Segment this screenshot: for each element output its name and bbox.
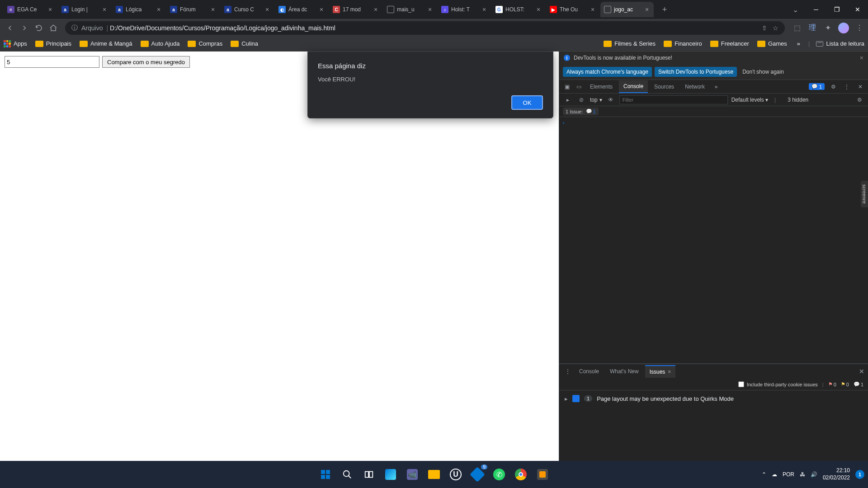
sublime-button[interactable] bbox=[533, 465, 552, 483]
extensions-icon[interactable]: ✦ bbox=[823, 23, 833, 33]
browser-tab[interactable]: mais_u× bbox=[383, 2, 437, 17]
issue-item[interactable]: ▸ 1 Page layout may be unexpected due to… bbox=[559, 390, 868, 407]
more-tabs-icon[interactable]: » bbox=[711, 82, 721, 92]
close-icon[interactable]: × bbox=[264, 6, 270, 13]
close-icon[interactable]: × bbox=[860, 54, 863, 61]
bookmark-star-icon[interactable]: ☆ bbox=[773, 24, 778, 32]
translate-icon[interactable]: 理 bbox=[807, 23, 817, 33]
drawer-tab-whatsnew[interactable]: What's New bbox=[605, 366, 643, 377]
browser-tab[interactable]: aLogin |× bbox=[58, 2, 111, 17]
clock[interactable]: 22:1002/02/2022 bbox=[823, 467, 850, 481]
tab-elements[interactable]: Elements bbox=[585, 81, 617, 93]
widgets-button[interactable] bbox=[382, 465, 400, 483]
close-icon[interactable]: × bbox=[318, 6, 325, 13]
minimize-icon[interactable]: ─ bbox=[806, 2, 826, 17]
unreal-engine-button[interactable]: U bbox=[447, 465, 465, 483]
issues-summary-row[interactable]: 1 Issue: 💬 1 bbox=[559, 106, 868, 117]
bookmark-folder[interactable]: Anime & Mangá bbox=[80, 40, 132, 47]
issues-badge[interactable]: 💬 1 bbox=[809, 83, 825, 90]
menu-icon[interactable]: ⋮ bbox=[854, 23, 864, 33]
close-icon[interactable]: × bbox=[47, 6, 53, 13]
close-icon[interactable]: × bbox=[373, 6, 379, 13]
browser-tab[interactable]: GHOLST:× bbox=[492, 2, 545, 17]
bookmark-folder[interactable]: Culina bbox=[231, 40, 258, 47]
chrome-button[interactable] bbox=[512, 465, 530, 483]
browser-tab-active[interactable]: jogo_ac× bbox=[600, 2, 654, 17]
execution-context-selector[interactable]: top ▾ bbox=[590, 97, 602, 103]
console-settings-icon[interactable]: ⚙ bbox=[854, 95, 864, 105]
new-tab-button[interactable]: + bbox=[658, 3, 671, 16]
close-icon[interactable]: × bbox=[481, 6, 487, 13]
back-button[interactable] bbox=[4, 22, 16, 34]
close-drawer-icon[interactable]: ✕ bbox=[859, 368, 864, 375]
alert-ok-button[interactable]: OK bbox=[511, 95, 543, 110]
live-expression-icon[interactable]: 👁 bbox=[606, 95, 616, 105]
drawer-tab-issues[interactable]: Issues× bbox=[645, 365, 676, 378]
notifications-button[interactable]: 1 bbox=[855, 470, 864, 479]
teams-button[interactable]: 📹 bbox=[403, 465, 421, 483]
browser-tab[interactable]: ♪Holst: T× bbox=[438, 2, 491, 17]
close-icon[interactable]: × bbox=[590, 6, 596, 13]
close-icon[interactable]: × bbox=[535, 6, 542, 13]
apps-button[interactable]: Apps bbox=[4, 40, 27, 47]
drawer-tab-console[interactable]: Console bbox=[575, 366, 604, 377]
dont-show-again-button[interactable]: Don't show again bbox=[740, 67, 787, 77]
browser-tab[interactable]: ◐Área dc× bbox=[275, 2, 328, 17]
select-element-icon[interactable]: ▣ bbox=[562, 82, 572, 92]
drawer-menu-icon[interactable]: ⋮ bbox=[563, 366, 573, 376]
console-filter-input[interactable] bbox=[619, 95, 728, 104]
include-cookies-checkbox[interactable]: Include third-party cookie issues bbox=[738, 381, 818, 387]
search-button[interactable] bbox=[338, 465, 356, 483]
tab-search-icon[interactable]: ⌄ bbox=[785, 2, 806, 17]
system-tray-expand-icon[interactable]: ⌃ bbox=[762, 471, 766, 478]
close-icon[interactable]: × bbox=[156, 6, 162, 13]
browser-tab[interactable]: aCurso C× bbox=[221, 2, 274, 17]
url-field[interactable]: ⓘ Arquivo | D:/OneDrive/Documentos/Curso… bbox=[65, 21, 785, 35]
bookmark-folder[interactable]: Financeiro bbox=[664, 40, 702, 47]
log-levels-selector[interactable]: Default levels ▾ bbox=[731, 97, 768, 103]
tab-console[interactable]: Console bbox=[619, 80, 648, 93]
tab-sources[interactable]: Sources bbox=[650, 81, 679, 93]
bookmark-folder[interactable]: Compras bbox=[188, 40, 222, 47]
profile-avatar[interactable] bbox=[838, 23, 849, 33]
forward-button[interactable] bbox=[18, 22, 31, 34]
switch-language-button[interactable]: Switch DevTools to Portuguese bbox=[655, 67, 737, 77]
tab-network[interactable]: Network bbox=[680, 81, 709, 93]
reading-list-button[interactable]: Lista de leitura bbox=[816, 40, 864, 47]
close-icon[interactable]: × bbox=[210, 6, 216, 13]
share-icon[interactable]: ⇧ bbox=[762, 24, 767, 32]
expand-icon[interactable]: ▸ bbox=[565, 395, 568, 402]
browser-tab[interactable]: ≡EGA Ce× bbox=[4, 2, 57, 17]
close-icon[interactable]: × bbox=[427, 6, 433, 13]
settings-icon[interactable]: ⚙ bbox=[828, 82, 838, 92]
close-icon[interactable]: × bbox=[644, 6, 650, 13]
always-match-language-button[interactable]: Always match Chrome's language bbox=[563, 67, 652, 77]
onedrive-icon[interactable]: ☁ bbox=[772, 471, 777, 478]
reader-icon[interactable]: ⬚ bbox=[792, 23, 802, 33]
maximize-icon[interactable]: ❐ bbox=[826, 2, 847, 17]
network-icon[interactable]: 🖧 bbox=[800, 471, 805, 478]
guess-input[interactable] bbox=[5, 56, 99, 68]
close-devtools-icon[interactable]: ✕ bbox=[855, 82, 865, 92]
more-menu-icon[interactable]: ⋮ bbox=[842, 82, 852, 92]
bookmark-folder[interactable]: Games bbox=[757, 40, 787, 47]
close-window-icon[interactable]: ✕ bbox=[847, 2, 868, 17]
sidebar-toggle-icon[interactable]: ▸ bbox=[563, 95, 573, 105]
device-toolbar-icon[interactable]: ▭ bbox=[574, 82, 584, 92]
volume-icon[interactable]: 🔊 bbox=[811, 471, 817, 478]
browser-tab[interactable]: ▶The Ou× bbox=[546, 2, 599, 17]
close-icon[interactable]: × bbox=[668, 369, 671, 375]
bookmark-folder[interactable]: Principais bbox=[35, 40, 71, 47]
browser-tab[interactable]: aLógica× bbox=[112, 2, 165, 17]
close-icon[interactable]: × bbox=[101, 6, 108, 13]
bookmark-folder[interactable]: Freelancer bbox=[710, 40, 749, 47]
compare-button[interactable]: Compare com o meu segredo bbox=[102, 56, 190, 68]
bookmark-folder[interactable]: Auto Ajuda bbox=[141, 40, 180, 47]
browser-tab[interactable]: C17 mod× bbox=[329, 2, 382, 17]
file-explorer-button[interactable] bbox=[425, 465, 443, 483]
clear-console-icon[interactable]: ⊘ bbox=[576, 95, 586, 105]
whatsapp-button[interactable]: ✆ bbox=[490, 465, 508, 483]
reload-button[interactable] bbox=[33, 22, 45, 34]
console-output[interactable]: › bbox=[559, 117, 868, 363]
browser-tab[interactable]: aFórum× bbox=[166, 2, 220, 17]
